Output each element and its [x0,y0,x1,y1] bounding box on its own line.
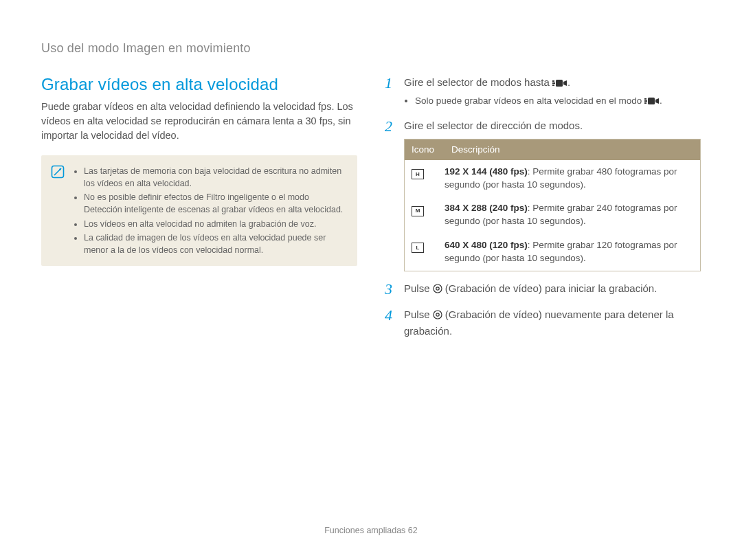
svg-rect-4 [648,98,655,104]
mode-table: Icono Descripción H 192 X 144 (480 fps):… [404,139,701,271]
note-icon [51,165,65,182]
step-text: Pulse [404,309,433,320]
note-item: Las tarjetas de memoria con baja velocid… [84,165,346,190]
svg-point-2 [59,168,61,170]
step-number: 4 [385,307,397,339]
svg-point-8 [436,313,439,316]
table-row: L 640 X 480 (120 fps): Permite grabar 12… [405,234,700,271]
h-mode-icon: H [412,169,424,179]
svg-point-5 [434,284,442,293]
page-footer: Funciones ampliadas 62 [0,526,742,535]
svg-point-6 [436,287,439,290]
step-text: Gire el selector de dirección de modos. [404,120,583,131]
step-body: Gire el selector de dirección de modos. … [404,118,701,271]
note-item: Los vídeos en alta velocidad no admiten … [84,218,346,230]
table-header: Icono Descripción [405,139,700,160]
step-2: 2 Gire el selector de dirección de modos… [385,118,701,271]
td-icon: H [405,160,445,197]
td-desc: 192 X 144 (480 fps): Permite grabar 480 … [445,160,700,197]
step-number: 1 [385,75,397,109]
l-mode-icon: L [412,243,424,253]
table-row: H 192 X 144 (480 fps): Permite grabar 48… [405,160,700,197]
note-item: La calidad de imagen de los vídeos en al… [84,232,346,256]
step-body: Pulse (Grabación de vídeo) nuevamente pa… [404,307,701,339]
step-text: Gire el selector de modos hasta [404,76,552,88]
camera-hs-icon [644,96,660,109]
row-bold: 192 X 144 (480 fps) [445,166,528,177]
note-list: Las tarjetas de memoria con baja velocid… [74,165,346,256]
td-desc: 384 X 288 (240 fps): Permite grabar 240 … [445,197,700,234]
step-text: (Grabación de vídeo) nuevamente para det… [404,309,674,337]
step-bullet-text: . [660,96,662,106]
td-icon: L [405,234,445,271]
content-columns: Grabar vídeos en alta velocidad Puede gr… [41,75,701,339]
svg-point-7 [434,311,442,319]
camera-hs-icon [552,76,567,91]
step-number: 2 [385,118,397,271]
row-bold: 384 X 288 (240 fps) [445,203,528,213]
page-number: 62 [408,526,418,535]
section-title: Grabar vídeos en alta velocidad [41,75,357,94]
table-row: M 384 X 288 (240 fps): Permite grabar 24… [405,197,700,234]
th-desc: Descripción [445,139,700,160]
step-bullet: Solo puede grabar vídeos en alta velocid… [415,94,701,109]
th-icon: Icono [405,139,445,160]
m-mode-icon: M [412,206,424,216]
step-1: 1 Gire el selector de modos hasta . Solo… [385,75,701,109]
intro-paragraph: Puede grabar vídeos en alta velocidad de… [41,100,357,143]
note-box: Las tarjetas de memoria con baja velocid… [41,155,357,266]
step-3: 3 Pulse (Grabación de vídeo) para inicia… [385,281,701,298]
step-text: . [567,76,570,88]
step-text: Pulse [404,282,433,294]
td-icon: M [405,197,445,234]
step-bullet-text: Solo puede grabar vídeos en alta velocid… [415,96,644,106]
right-column: 1 Gire el selector de modos hasta . Solo… [385,75,701,339]
left-column: Grabar vídeos en alta velocidad Puede gr… [41,75,357,339]
step-text: (Grabación de vídeo) para iniciar la gra… [442,282,657,294]
td-desc: 640 X 480 (120 fps): Permite grabar 120 … [445,234,700,271]
step-body: Pulse (Grabación de vídeo) para iniciar … [404,281,701,298]
page: Uso del modo Imagen en movimiento Grabar… [0,0,742,560]
footer-text: Funciones ampliadas [324,526,408,535]
step-body: Gire el selector de modos hasta . Solo p… [404,75,701,109]
step-number: 3 [385,281,397,298]
step-4: 4 Pulse (Grabación de vídeo) nuevamente … [385,307,701,339]
record-button-icon [433,309,442,324]
breadcrumb: Uso del modo Imagen en movimiento [41,41,701,56]
row-bold: 640 X 480 (120 fps) [445,240,528,250]
note-item: No es posible definir efectos de Filtro … [84,191,346,216]
steps-list: 1 Gire el selector de modos hasta . Solo… [385,75,701,339]
svg-rect-3 [556,80,563,87]
record-button-icon [433,282,442,298]
